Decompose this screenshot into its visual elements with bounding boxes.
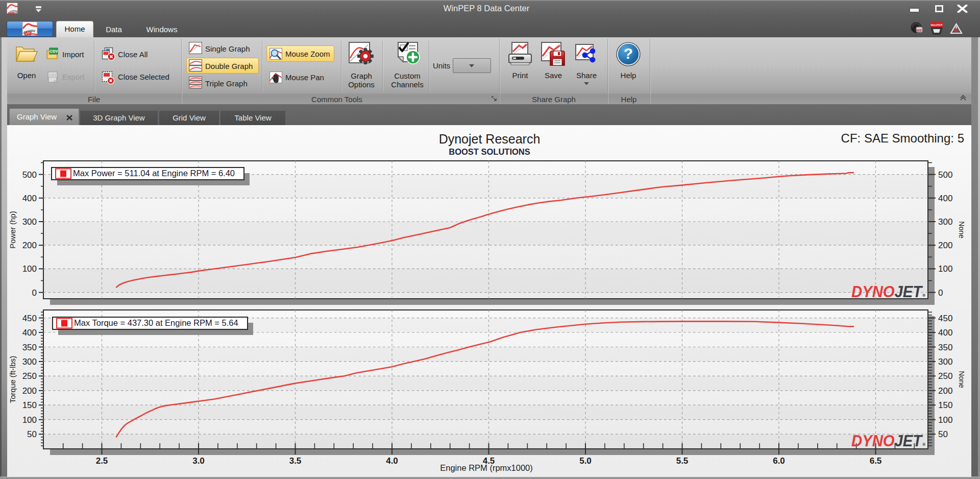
svg-text:2.5: 2.5 <box>96 456 108 466</box>
svg-text:350: 350 <box>22 343 37 352</box>
svg-text:200: 200 <box>938 241 952 250</box>
svg-text:Torque (ft-lbs): Torque (ft-lbs) <box>8 356 17 403</box>
svg-text:250: 250 <box>938 371 952 381</box>
svg-text:0: 0 <box>32 288 37 298</box>
svg-text:Max Torque = 437.30 at Engine: Max Torque = 437.30 at Engine RPM = 5.64 <box>74 318 238 327</box>
svg-text:400: 400 <box>938 328 952 338</box>
svg-text:200: 200 <box>22 241 37 250</box>
svg-text:50: 50 <box>938 429 948 439</box>
svg-text:400: 400 <box>938 194 952 203</box>
svg-text:Dynojet Research: Dynojet Research <box>439 132 541 146</box>
svg-text:300: 300 <box>938 217 952 227</box>
svg-text:400: 400 <box>22 328 37 338</box>
svg-text:None: None <box>958 221 966 238</box>
svg-text:DYNOJET●: DYNOJET● <box>851 282 926 301</box>
svg-text:0: 0 <box>938 288 943 298</box>
svg-text:6.0: 6.0 <box>773 456 785 466</box>
svg-text:400: 400 <box>22 194 37 203</box>
svg-text:500: 500 <box>938 170 952 180</box>
svg-text:50: 50 <box>27 429 37 439</box>
svg-text:200: 200 <box>938 386 952 396</box>
svg-text:CF: SAE Smoothing: 5: CF: SAE Smoothing: 5 <box>841 131 964 145</box>
svg-text:500: 500 <box>22 170 37 180</box>
svg-text:450: 450 <box>938 314 952 323</box>
svg-text:300: 300 <box>22 217 37 227</box>
svg-text:6.5: 6.5 <box>870 456 882 466</box>
svg-text:250: 250 <box>22 371 37 381</box>
svg-text:None: None <box>958 371 966 388</box>
svg-text:Power (hp): Power (hp) <box>8 211 17 248</box>
svg-text:5.5: 5.5 <box>676 456 689 466</box>
svg-text:3.0: 3.0 <box>192 456 205 466</box>
svg-text:Engine RPM (rpmx1000): Engine RPM (rpmx1000) <box>440 463 533 472</box>
svg-text:100: 100 <box>938 415 952 425</box>
svg-text:300: 300 <box>22 357 37 367</box>
svg-text:300: 300 <box>938 357 952 367</box>
svg-text:DYNOJET●: DYNOJET● <box>851 432 926 450</box>
svg-text:4.0: 4.0 <box>386 456 398 466</box>
svg-text:3.5: 3.5 <box>289 456 302 466</box>
svg-text:450: 450 <box>22 314 37 323</box>
svg-text:350: 350 <box>938 343 952 352</box>
svg-text:200: 200 <box>22 386 37 396</box>
svg-text:150: 150 <box>938 400 952 410</box>
svg-text:100: 100 <box>22 264 37 274</box>
svg-text:100: 100 <box>22 415 37 425</box>
svg-text:100: 100 <box>938 264 952 274</box>
svg-text:Max Power = 511.04 at Engine R: Max Power = 511.04 at Engine RPM = 6.40 <box>73 169 235 178</box>
svg-text:BOOST SOLUTIONS: BOOST SOLUTIONS <box>449 147 530 156</box>
svg-text:150: 150 <box>22 400 37 410</box>
svg-text:5.0: 5.0 <box>579 456 592 466</box>
